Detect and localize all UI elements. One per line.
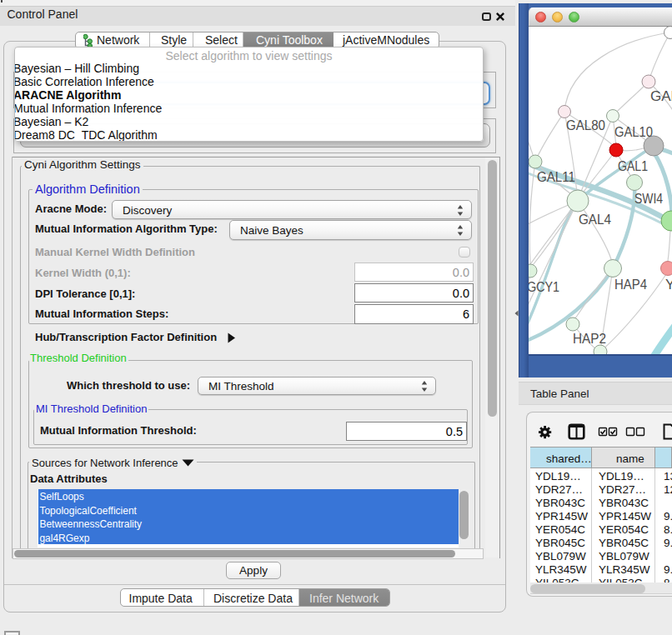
svg-text:HAP2: HAP2 [573, 331, 606, 347]
svg-text:GAL80: GAL80 [566, 118, 605, 133]
svg-text:HAP4: HAP4 [614, 277, 647, 292]
svg-text:GAL4: GAL4 [579, 212, 611, 228]
svg-text:GAL: GAL [650, 88, 672, 104]
svg-text:Y: Y [665, 277, 672, 292]
svg-text:GAL1: GAL1 [618, 158, 648, 174]
svg-text:GAL11: GAL11 [537, 169, 575, 185]
svg-text:GAL10: GAL10 [614, 124, 653, 140]
svg-text:SWI4: SWI4 [634, 191, 663, 207]
svg-text:GCY1: GCY1 [529, 279, 559, 295]
